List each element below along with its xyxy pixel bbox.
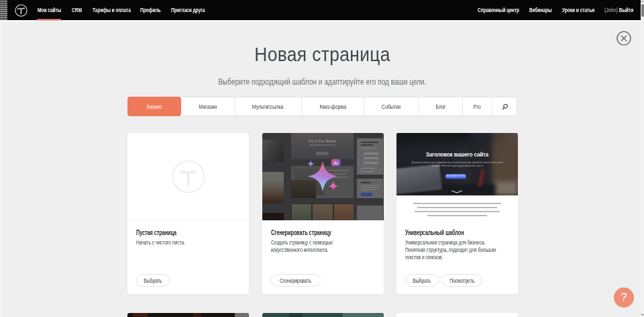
svg-text:AI: AI — [334, 161, 338, 165]
